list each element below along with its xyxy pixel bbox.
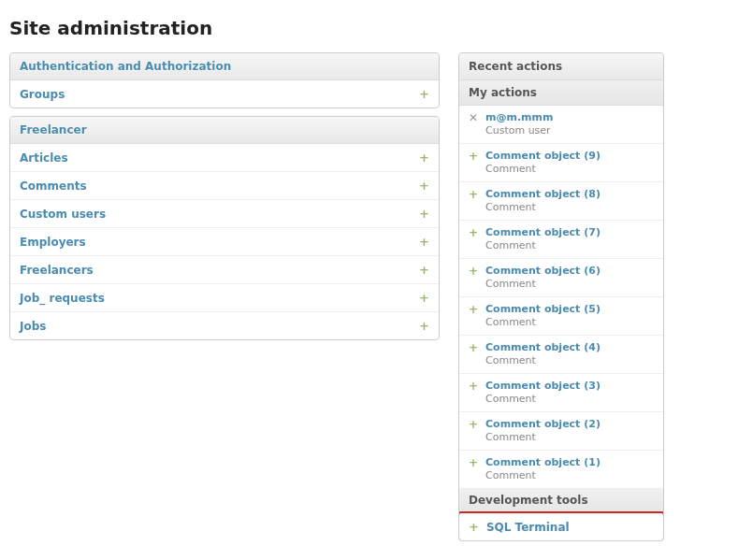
- model-link[interactable]: Freelancers: [20, 264, 94, 277]
- action-type-label: Comment: [485, 469, 654, 482]
- action-title-link[interactable]: Comment object (5): [485, 303, 654, 316]
- action-type-label: Custom user: [485, 124, 654, 137]
- module-header: Freelancer: [10, 117, 439, 144]
- action-item: +Comment object (7)Comment: [459, 221, 663, 259]
- action-type-label: Comment: [485, 239, 654, 252]
- add-icon[interactable]: +: [419, 263, 429, 277]
- action-title-link[interactable]: Comment object (1): [485, 456, 654, 469]
- model-row-articles: Articles+: [10, 144, 439, 172]
- action-type-label: Comment: [485, 278, 654, 291]
- action-body: Comment object (2)Comment: [485, 418, 654, 444]
- action-type-label: Comment: [485, 431, 654, 444]
- model-row-custom-users: Custom users+: [10, 200, 439, 228]
- action-item: +Comment object (2)Comment: [459, 412, 663, 451]
- add-icon: +: [469, 188, 478, 201]
- action-type-label: Comment: [485, 163, 654, 176]
- action-title-link[interactable]: m@m.mmm: [485, 111, 654, 124]
- add-icon[interactable]: +: [419, 151, 429, 165]
- dev-tool-highlight: +SQL Terminal: [458, 511, 664, 541]
- module-authentication-and-authorization: Authentication and AuthorizationGroups+: [9, 52, 440, 108]
- my-actions-header: My actions: [459, 80, 663, 106]
- model-row-groups: Groups+: [10, 80, 439, 108]
- recent-actions-module: Recent actions My actions ✕m@m.mmmCustom…: [458, 52, 664, 541]
- model-row-job-requests: Job_ requests+: [10, 284, 439, 312]
- action-title-link[interactable]: Comment object (8): [485, 188, 654, 201]
- action-body: Comment object (5)Comment: [485, 303, 654, 329]
- action-item: +Comment object (3)Comment: [459, 374, 663, 412]
- add-icon[interactable]: +: [419, 207, 429, 221]
- module-freelancer: FreelancerArticles+Comments+Custom users…: [9, 116, 440, 340]
- action-item: +Comment object (8)Comment: [459, 182, 663, 221]
- model-row-comments: Comments+: [10, 172, 439, 200]
- add-icon[interactable]: +: [419, 87, 429, 101]
- action-body: Comment object (9)Comment: [485, 150, 654, 176]
- page-title: Site administration: [9, 17, 729, 39]
- action-title-link[interactable]: Comment object (7): [485, 226, 654, 239]
- add-icon: +: [469, 265, 478, 278]
- add-icon: +: [469, 341, 478, 354]
- recent-actions-header: Recent actions: [459, 53, 663, 80]
- action-type-label: Comment: [485, 393, 654, 406]
- add-icon[interactable]: +: [419, 179, 429, 193]
- action-type-label: Comment: [485, 354, 654, 367]
- action-title-link[interactable]: Comment object (6): [485, 265, 654, 278]
- action-body: m@m.mmmCustom user: [485, 111, 654, 137]
- add-icon[interactable]: +: [419, 319, 429, 333]
- add-icon: +: [469, 303, 478, 316]
- action-body: Comment object (8)Comment: [485, 188, 654, 214]
- action-item: +Comment object (9)Comment: [459, 144, 663, 182]
- action-body: Comment object (4)Comment: [485, 341, 654, 367]
- model-row-freelancers: Freelancers+: [10, 256, 439, 284]
- add-icon: +: [469, 520, 479, 534]
- action-item: +Comment object (5)Comment: [459, 297, 663, 336]
- model-link[interactable]: Custom users: [20, 208, 106, 221]
- model-row-employers: Employers+: [10, 228, 439, 256]
- model-link[interactable]: Groups: [20, 88, 65, 101]
- action-type-label: Comment: [485, 201, 654, 214]
- module-header: Authentication and Authorization: [10, 53, 439, 80]
- sql-terminal-link[interactable]: SQL Terminal: [486, 521, 570, 534]
- add-icon[interactable]: +: [419, 291, 429, 305]
- model-row-jobs: Jobs+: [10, 312, 439, 339]
- add-icon: +: [469, 226, 478, 239]
- action-item: ✕m@m.mmmCustom user: [459, 106, 663, 144]
- action-item: +Comment object (4)Comment: [459, 336, 663, 374]
- left-column: Authentication and AuthorizationGroups+F…: [9, 52, 440, 348]
- action-title-link[interactable]: Comment object (3): [485, 380, 654, 393]
- model-link[interactable]: Employers: [20, 236, 86, 249]
- add-icon[interactable]: +: [419, 235, 429, 249]
- model-link[interactable]: Articles: [20, 151, 68, 165]
- add-icon: +: [469, 150, 478, 163]
- action-item: +Comment object (6)Comment: [459, 259, 663, 297]
- add-icon: +: [469, 418, 478, 431]
- action-item: +Comment object (1)Comment: [459, 451, 663, 488]
- action-title-link[interactable]: Comment object (2): [485, 418, 654, 431]
- action-body: Comment object (7)Comment: [485, 226, 654, 252]
- action-body: Comment object (6)Comment: [485, 265, 654, 291]
- add-icon: +: [469, 380, 478, 393]
- action-body: Comment object (1)Comment: [485, 456, 654, 482]
- dev-tool-row: +SQL Terminal: [459, 513, 663, 540]
- action-title-link[interactable]: Comment object (9): [485, 150, 654, 163]
- action-type-label: Comment: [485, 316, 654, 329]
- add-icon: +: [469, 456, 478, 469]
- model-link[interactable]: Jobs: [20, 320, 46, 333]
- action-body: Comment object (3)Comment: [485, 380, 654, 406]
- dev-tools-header: Development tools: [459, 488, 663, 513]
- action-title-link[interactable]: Comment object (4): [485, 341, 654, 354]
- right-column: Recent actions My actions ✕m@m.mmmCustom…: [458, 52, 664, 549]
- delete-icon: ✕: [469, 111, 478, 124]
- model-link[interactable]: Job_ requests: [20, 292, 105, 305]
- model-link[interactable]: Comments: [20, 179, 87, 193]
